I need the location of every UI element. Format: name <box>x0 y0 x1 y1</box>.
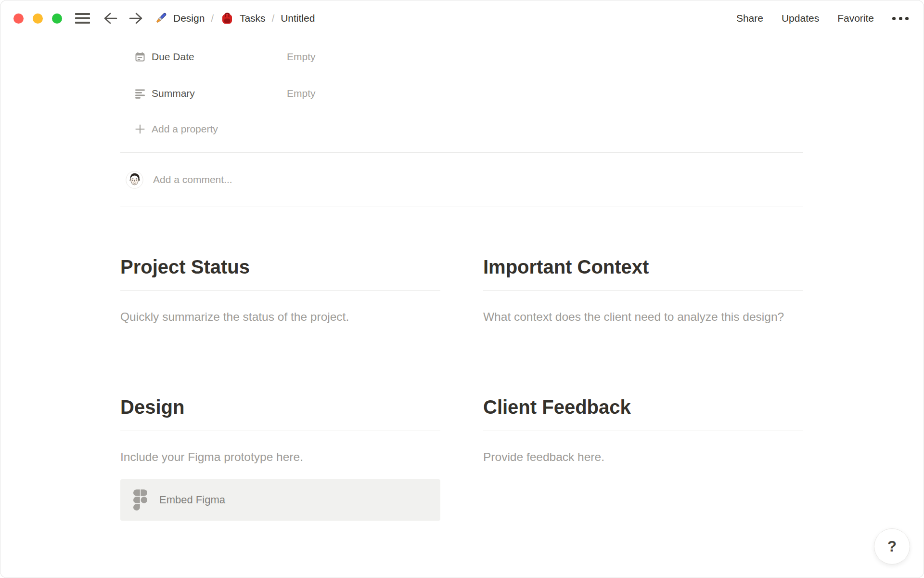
window-controls <box>13 13 62 24</box>
page-content: Due Date Empty Summary Empty <box>120 37 803 540</box>
close-window-button[interactable] <box>13 13 24 24</box>
share-button[interactable]: Share <box>736 13 763 24</box>
section-title[interactable]: Client Feedback <box>483 395 803 419</box>
breadcrumb-item-tasks[interactable]: Tasks <box>220 11 266 26</box>
add-comment-row[interactable]: Add a comment... <box>120 153 803 207</box>
notion-window: Design / Tasks / Untitled Sh <box>0 0 924 578</box>
property-label: Summary <box>152 88 287 99</box>
avatar <box>126 171 143 189</box>
embed-figma-label: Embed Figma <box>159 494 225 506</box>
property-value[interactable]: Empty <box>287 88 316 99</box>
section-body[interactable]: Quickly summarize the status of the proj… <box>120 305 440 328</box>
ellipsis-icon <box>892 17 896 20</box>
figma-icon <box>133 489 148 511</box>
property-row-due-date[interactable]: Due Date Empty <box>120 43 803 70</box>
breadcrumb-label: Tasks <box>240 13 266 24</box>
breadcrumb-label: Untitled <box>281 13 315 24</box>
topbar: Design / Tasks / Untitled Sh <box>0 0 924 37</box>
more-options-button[interactable] <box>892 17 909 20</box>
arrow-left-icon <box>103 12 119 25</box>
divider <box>120 431 440 431</box>
section-title[interactable]: Design <box>120 395 440 419</box>
sidebar-toggle-button[interactable] <box>75 13 90 23</box>
plus-icon <box>134 123 146 135</box>
help-button[interactable]: ? <box>874 528 910 565</box>
favorite-button[interactable]: Favorite <box>837 13 874 24</box>
section-body[interactable]: Include your Figma prototype here. <box>120 446 440 469</box>
paintbrush-icon <box>154 11 168 26</box>
hamburger-icon <box>75 13 90 14</box>
updates-button[interactable]: Updates <box>782 13 819 24</box>
arrow-right-icon <box>128 12 144 25</box>
section-client-feedback: Client Feedback Provide feedback here. <box>483 395 803 521</box>
section-body[interactable]: Provide feedback here. <box>483 446 803 469</box>
breadcrumb-separator: / <box>272 13 275 24</box>
section-body[interactable]: What context does the client need to ana… <box>483 305 803 328</box>
property-row-summary[interactable]: Summary Empty <box>120 80 803 107</box>
comment-input[interactable]: Add a comment... <box>153 174 232 185</box>
topbar-actions: Share Updates Favorite <box>736 13 909 24</box>
backpack-icon <box>220 11 234 26</box>
divider <box>483 290 803 291</box>
forward-button[interactable] <box>128 12 144 25</box>
section-important-context: Important Context What context does the … <box>483 255 803 328</box>
breadcrumb-item-untitled[interactable]: Untitled <box>281 13 315 24</box>
add-property-label: Add a property <box>152 123 218 135</box>
breadcrumb-label: Design <box>173 13 205 24</box>
embed-figma-button[interactable]: Embed Figma <box>120 479 440 521</box>
divider <box>120 207 803 207</box>
property-label: Due Date <box>152 51 287 63</box>
section-title[interactable]: Project Status <box>120 255 440 279</box>
section-title[interactable]: Important Context <box>483 255 803 279</box>
breadcrumb-separator: / <box>211 13 214 24</box>
breadcrumb: Design / Tasks / Untitled <box>154 11 315 26</box>
breadcrumb-item-design[interactable]: Design <box>154 11 205 26</box>
page-properties: Due Date Empty Summary Empty <box>120 37 803 142</box>
text-align-left-icon <box>134 88 146 99</box>
back-button[interactable] <box>103 12 119 25</box>
maximize-window-button[interactable] <box>52 13 62 24</box>
calendar-icon <box>134 51 146 63</box>
section-project-status: Project Status Quickly summarize the sta… <box>120 255 440 328</box>
section-design: Design Include your Figma prototype here… <box>120 395 440 521</box>
divider <box>120 290 440 291</box>
property-value[interactable]: Empty <box>287 51 316 63</box>
divider <box>483 431 803 431</box>
minimize-window-button[interactable] <box>33 13 43 24</box>
add-property-button[interactable]: Add a property <box>120 117 803 142</box>
sections-grid: Project Status Quickly summarize the sta… <box>120 255 803 540</box>
